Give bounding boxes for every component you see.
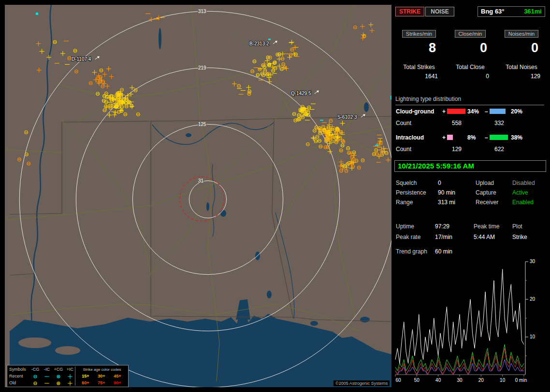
- trend-header-row: Trend graph 60 min: [394, 248, 546, 256]
- trend-graph-label: Trend graph: [396, 248, 427, 255]
- uptime-value: 97:29: [435, 223, 449, 230]
- positive-percent: 34%: [467, 108, 479, 115]
- app-window: { "app": { "credit": "©2005 Astrogenic S…: [0, 0, 550, 392]
- rate-label: Noises/min: [505, 30, 538, 38]
- negative-percent: 38%: [511, 134, 522, 141]
- cloud-ground-row: Cloud-ground + 34% – 20%: [394, 108, 546, 115]
- legend-old-row: Old 60+75+90+: [8, 380, 127, 386]
- setting-label: Squelch: [396, 180, 417, 186]
- rate-value: 0: [446, 41, 487, 56]
- setting-label: Persistence: [396, 189, 426, 196]
- legend-type-header: -IC: [41, 366, 53, 373]
- copyright-text: ©2005 Astrogenic Systems: [333, 380, 390, 386]
- stats-row: Peak rate 17/min 5:44 AM Strike: [394, 234, 546, 241]
- setting-value: 90 min: [438, 189, 455, 196]
- bearing-value: Bng 63°: [481, 8, 505, 15]
- peak-time-label: Peak time: [474, 223, 499, 230]
- age-code-label: 75+: [94, 380, 109, 386]
- legend-symbol-icon: [53, 374, 64, 379]
- legend-header-row: Symbols -CG -IC +CG +IC Strike age color…: [8, 366, 127, 373]
- total-value: 129: [497, 73, 540, 80]
- minus-sign: –: [485, 134, 488, 141]
- trend-window-value: 60 min: [435, 248, 452, 255]
- setting-status: Active: [512, 189, 528, 196]
- age-code-label: 15+: [78, 373, 93, 379]
- age-code-label: 90+: [110, 380, 125, 386]
- positive-count: 558: [447, 120, 466, 126]
- settings-row: Persistence 90 min Capture Active: [394, 189, 546, 197]
- datetime-display: 10/21/2025 5:59:16 AM: [394, 160, 546, 172]
- svg-text:D-1107 4: D-1107 4: [72, 56, 91, 62]
- distribution-title: Lightning type distribution: [395, 96, 544, 105]
- map-legend: Symbols -CG -IC +CG +IC Strike age color…: [7, 365, 129, 387]
- age-code-label: 45+: [110, 373, 125, 379]
- plus-sign: +: [442, 134, 446, 141]
- svg-text:0 min: 0 min: [515, 378, 527, 383]
- setting-value: 0: [438, 180, 441, 186]
- legend-row-label: Recent: [9, 373, 29, 379]
- rate-label: Strikes/min: [402, 30, 436, 38]
- strike-mode-button[interactable]: STRIKE: [395, 7, 424, 16]
- legend-symbol-icon: [29, 374, 41, 379]
- cloud-ground-count-row: Count 558 332: [394, 120, 546, 126]
- total-label: Total Close: [446, 64, 495, 70]
- settings-row: Squelch 0 Upload Disabled: [394, 180, 546, 187]
- svg-text:B-2313 2: B-2313 2: [249, 41, 269, 46]
- svg-text:125: 125: [198, 122, 206, 127]
- settings-row: Range 313 mi Receiver Enabled: [394, 199, 546, 207]
- peak-time-value: 5:44 AM: [474, 234, 495, 240]
- setting-label: Range: [396, 199, 413, 206]
- legend-age-labels: 60+75+90+: [78, 380, 127, 386]
- svg-text:60: 60: [395, 378, 401, 383]
- legend-symbol-icon: [53, 380, 64, 386]
- distribution-name: Cloud-ground: [396, 108, 434, 115]
- setting-label: Capture: [476, 189, 496, 196]
- legend-symbols-title: Symbols: [9, 366, 29, 373]
- total-value: 0: [446, 73, 489, 80]
- bearing-readout: Bng 63° 361mi: [478, 6, 545, 17]
- peak-rate-value: 17/min: [435, 234, 452, 240]
- svg-text:31: 31: [198, 178, 204, 183]
- legend-symbol-icon: [64, 374, 76, 379]
- rate-value: 8: [394, 41, 436, 56]
- positive-bar: [447, 109, 466, 114]
- rate-label: Close/min: [455, 30, 486, 38]
- legend-symbol-icon: [29, 380, 41, 386]
- svg-text:Q-1429 5: Q-1429 5: [291, 91, 311, 96]
- svg-text:313: 313: [198, 9, 206, 14]
- legend-symbol-icon: [41, 380, 53, 386]
- negative-percent: 20%: [511, 108, 522, 115]
- minus-sign: –: [485, 108, 488, 115]
- legend-type-header: -CG: [29, 366, 41, 373]
- positive-bar: [447, 135, 466, 140]
- distance-value: 361mi: [524, 8, 542, 15]
- svg-text:20: 20: [478, 378, 484, 383]
- bar-fill: [447, 135, 453, 140]
- negative-count: 332: [490, 120, 509, 126]
- legend-row-label: Old: [9, 380, 29, 386]
- svg-text:10: 10: [530, 334, 536, 339]
- map-canvas: 31125219313D-1107 4B-2313 2Q-1429 5S-610…: [5, 5, 391, 387]
- negative-bar: [490, 109, 509, 114]
- setting-label: Upload: [476, 180, 494, 186]
- intracloud-row: Intracloud + 8% – 38%: [394, 134, 546, 141]
- bar-fill: [447, 109, 465, 114]
- svg-text:219: 219: [198, 65, 206, 70]
- svg-text:20: 20: [530, 296, 536, 302]
- stats-row: Uptime 97:29 Peak time Plot: [394, 223, 546, 231]
- positive-percent: 8%: [467, 134, 476, 141]
- noise-mode-button[interactable]: NOISE: [425, 7, 454, 16]
- svg-text:30: 30: [457, 378, 463, 383]
- plot-value: Strike: [512, 234, 527, 240]
- total-value: 1641: [394, 73, 438, 80]
- setting-label: Receiver: [476, 199, 498, 206]
- legend-age-title: Strike age color codes: [77, 366, 127, 373]
- legend-type-header: +IC: [64, 366, 76, 373]
- map-view[interactable]: 31125219313D-1107 4B-2313 2Q-1429 5S-610…: [5, 5, 391, 387]
- legend-symbol-icon: [41, 374, 53, 379]
- rate-value: 0: [497, 41, 538, 56]
- distribution-name: Intracloud: [396, 134, 424, 141]
- strikes-column: Strikes/min 8 Total Strikes 1641: [394, 30, 444, 88]
- setting-status: Enabled: [512, 199, 534, 206]
- negative-count: 622: [490, 146, 509, 153]
